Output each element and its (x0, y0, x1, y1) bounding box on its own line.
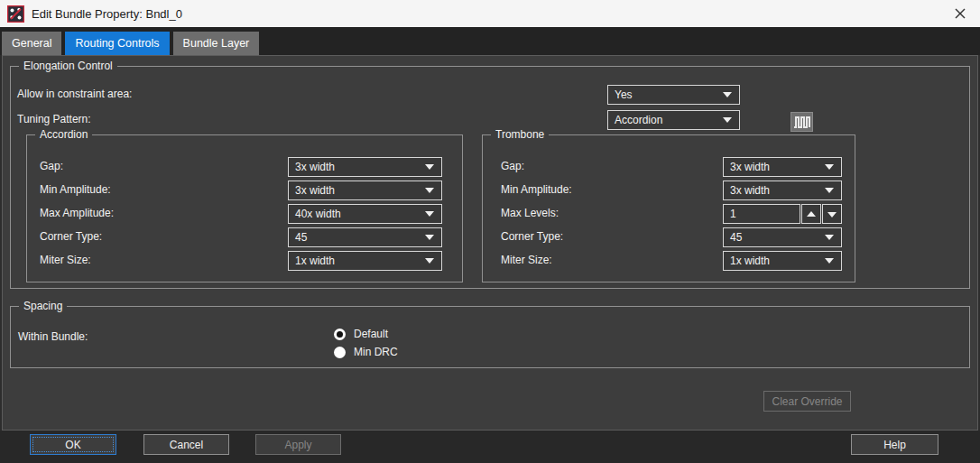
apply-button[interactable]: Apply (255, 434, 341, 455)
trombone-corner-type-combo[interactable]: 45 (723, 227, 842, 247)
ok-button[interactable]: OK (30, 434, 116, 455)
routing-controls-page: Elongation Control Allow in constraint a… (2, 55, 978, 431)
trombone-max-levels-field[interactable]: 1 (723, 204, 800, 224)
allow-in-constraint-area-combo[interactable]: Yes (607, 85, 740, 105)
accordion-min-amplitude-value: 3x width (295, 184, 335, 197)
tab-general[interactable]: General (2, 32, 61, 55)
accordion-miter-size-combo[interactable]: 1x width (288, 251, 442, 271)
trombone-miter-size-combo[interactable]: 1x width (723, 251, 842, 271)
cancel-button[interactable]: Cancel (143, 434, 229, 455)
tuning-pattern-label: Tuning Pattern: (17, 110, 91, 129)
trombone-legend: Trombone (491, 128, 549, 142)
chevron-down-icon (425, 235, 434, 240)
radio-button-icon (334, 347, 346, 358)
trombone-min-amplitude-label: Min Amplitude: (501, 181, 572, 199)
accordion-max-amplitude-value: 40x width (295, 208, 341, 220)
titlebar: Edit Bundle Property: Bndl_0 (0, 0, 980, 27)
chevron-down-icon (425, 211, 434, 217)
clear-override-button[interactable]: Clear Override (763, 391, 851, 412)
radio-button-icon (334, 329, 346, 340)
tab-bundle-layer[interactable]: Bundle Layer (173, 32, 260, 55)
spin-down-button[interactable] (822, 204, 842, 224)
trombone-miter-size-value: 1x width (730, 255, 770, 267)
accordion-legend: Accordion (35, 128, 92, 142)
accordion-max-amplitude-combo[interactable]: 40x width (288, 204, 442, 224)
accordion-gap-label: Gap: (40, 157, 63, 176)
edit-bundle-property-dialog: Edit Bundle Property: Bndl_0 General Rou… (0, 0, 980, 463)
chevron-down-icon (425, 164, 434, 170)
window-title: Edit Bundle Property: Bndl_0 (32, 7, 182, 21)
accordion-miter-size-value: 1x width (295, 255, 335, 267)
trombone-min-amplitude-value: 3x width (730, 184, 770, 197)
chevron-down-icon (425, 188, 434, 193)
chevron-down-icon (825, 188, 834, 193)
allow-in-constraint-area-value: Yes (615, 88, 633, 101)
radio-min-drc[interactable]: Min DRC (334, 346, 398, 358)
trombone-gap-label: Gap: (501, 157, 524, 176)
tab-strip: General Routing Controls Bundle Layer (0, 27, 980, 55)
accordion-corner-type-label: Corner Type: (40, 227, 102, 246)
trombone-max-levels-label: Max Levels: (501, 204, 559, 223)
accordion-gap-value: 3x width (295, 161, 335, 173)
trombone-corner-type-value: 45 (730, 231, 742, 244)
chevron-down-icon (425, 258, 434, 264)
accordion-miter-size-label: Miter Size: (40, 251, 91, 270)
spin-up-button[interactable] (801, 204, 821, 224)
accordion-min-amplitude-combo[interactable]: 3x width (288, 181, 442, 200)
trombone-min-amplitude-combo[interactable]: 3x width (723, 181, 842, 200)
triangle-down-icon (827, 212, 837, 218)
app-icon (7, 5, 24, 23)
accordion-gap-combo[interactable]: 3x width (288, 157, 442, 177)
accordion-pattern-icon (790, 112, 813, 132)
accordion-group: Accordion Gap: 3x width Min Amplitude: 3… (26, 134, 463, 282)
chevron-down-icon (825, 235, 834, 240)
accordion-max-amplitude-label: Max Amplitude: (40, 204, 114, 223)
radio-min-drc-label: Min DRC (354, 346, 398, 358)
triangle-up-icon (807, 211, 816, 217)
tuning-pattern-combo[interactable]: Accordion (607, 110, 740, 130)
trombone-corner-type-label: Corner Type: (501, 227, 563, 246)
radio-default[interactable]: Default (334, 328, 388, 340)
trombone-gap-value: 3x width (730, 161, 770, 173)
close-icon (955, 8, 966, 19)
accordion-corner-type-value: 45 (295, 231, 307, 244)
accordion-corner-type-combo[interactable]: 45 (288, 227, 442, 247)
radio-default-label: Default (354, 328, 388, 340)
spacing-group: Spacing Within Bundle: Default Min DRC (10, 306, 970, 368)
chevron-down-icon (723, 117, 732, 123)
trombone-group: Trombone Gap: 3x width Min Amplitude: 3x… (482, 134, 855, 282)
trombone-miter-size-label: Miter Size: (501, 251, 552, 270)
accordion-min-amplitude-label: Min Amplitude: (40, 181, 111, 199)
chevron-down-icon (825, 258, 834, 264)
trombone-max-levels-value: 1 (730, 208, 736, 220)
within-bundle-label: Within Bundle: (18, 328, 88, 347)
help-button[interactable]: Help (851, 434, 938, 455)
chevron-down-icon (825, 164, 834, 170)
allow-in-constraint-area-label: Allow in constraint area: (17, 85, 132, 104)
tuning-pattern-value: Accordion (615, 114, 662, 126)
chevron-down-icon (723, 92, 732, 97)
trombone-gap-combo[interactable]: 3x width (723, 157, 842, 177)
close-button[interactable] (939, 0, 980, 27)
trombone-max-levels-spinner: 1 (723, 204, 842, 224)
tab-routing-controls[interactable]: Routing Controls (65, 32, 169, 55)
elongation-control-legend: Elongation Control (19, 60, 117, 73)
spacing-legend: Spacing (19, 300, 67, 313)
